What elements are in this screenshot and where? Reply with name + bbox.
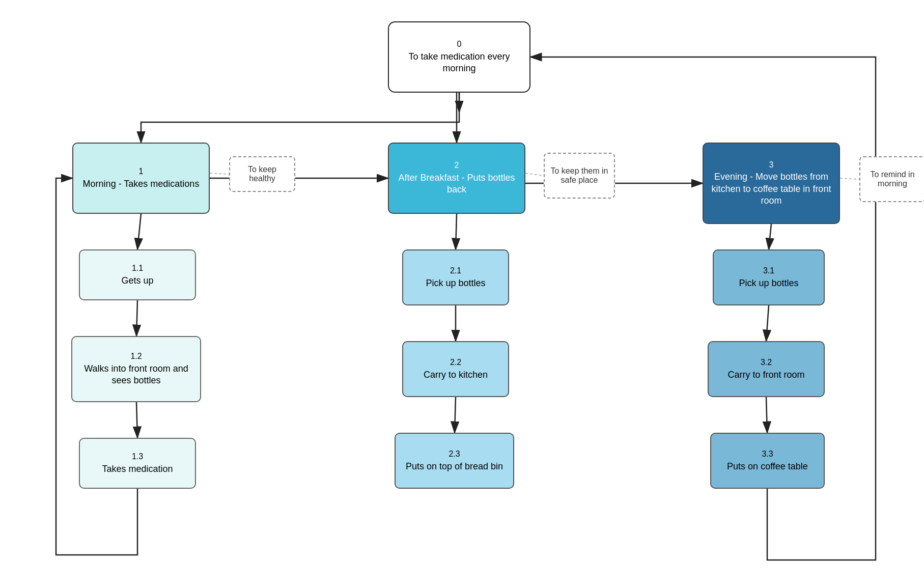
svg-line-15 <box>525 173 544 176</box>
node-1-1-num: 1.1 <box>132 263 143 274</box>
annotation-1: To keep healthy <box>229 156 295 192</box>
node-3-1-num: 3.1 <box>763 266 774 276</box>
node-1-3-label: Takes medication <box>102 463 173 475</box>
node-3-2-label: Carry to front room <box>727 369 804 381</box>
node-3-num: 3 <box>769 160 774 171</box>
node-2-3: 2.3 Puts on top of bread bin <box>395 433 514 489</box>
node-2-1-label: Pick up bottles <box>426 277 485 289</box>
svg-line-6 <box>136 300 137 336</box>
svg-line-7 <box>136 402 137 438</box>
annotation-3: To remind in morning <box>859 156 924 202</box>
node-3-3-label: Puts on coffee table <box>727 461 808 472</box>
node-1: 1 Morning - Takes medications <box>72 143 210 214</box>
node-1-2: 1.2 Walks into front room and sees bottl… <box>71 336 201 402</box>
node-1-num: 1 <box>139 166 144 177</box>
node-3-3: 3.3 Puts on coffee table <box>710 433 825 489</box>
node-1-3-num: 1.3 <box>132 452 143 462</box>
svg-line-8 <box>456 214 457 249</box>
node-2-2-num: 2.2 <box>450 357 461 368</box>
node-3-label: Evening - Move bottles from kitchen to c… <box>709 171 834 207</box>
node-root: 0 To take medication every morning <box>388 21 530 93</box>
node-3: 3 Evening - Move bottles from kitchen to… <box>703 143 840 224</box>
node-2-label: After Breakfast - Puts bottles back <box>394 172 519 196</box>
node-2-2-label: Carry to kitchen <box>424 369 488 381</box>
svg-line-12 <box>766 305 769 341</box>
annotation-2-label: To keep them in safe place <box>550 166 609 185</box>
node-2-3-label: Puts on top of bread bin <box>406 461 503 472</box>
node-2-1: 2.1 Pick up bottles <box>402 249 509 305</box>
annotation-1-label: To keep healthy <box>235 165 289 183</box>
svg-line-16 <box>840 178 859 179</box>
annotation-2: To keep them in safe place <box>544 153 615 199</box>
svg-line-14 <box>210 173 229 174</box>
diagram-container: 0 To take medication every morning 1 Mor… <box>0 0 924 588</box>
node-2-2: 2.2 Carry to kitchen <box>402 341 509 397</box>
node-1-label: Morning - Takes medications <box>83 178 200 190</box>
node-2-1-num: 2.1 <box>450 266 461 276</box>
svg-line-13 <box>766 397 767 433</box>
node-1-3: 1.3 Takes medication <box>79 438 196 489</box>
node-1-1-label: Gets up <box>121 275 153 287</box>
annotation-3-label: To remind in morning <box>865 170 919 188</box>
node-1-2-num: 1.2 <box>130 351 142 362</box>
node-2-num: 2 <box>455 160 459 171</box>
node-root-num: 0 <box>457 39 462 50</box>
node-3-3-num: 3.3 <box>762 449 773 460</box>
node-2: 2 After Breakfast - Puts bottles back <box>388 143 525 214</box>
node-3-1-label: Pick up bottles <box>739 277 798 289</box>
node-1-2-label: Walks into front room and sees bottles <box>77 363 195 387</box>
node-1-1: 1.1 Gets up <box>79 249 196 300</box>
node-root-label: To take medication every morning <box>394 51 524 75</box>
svg-line-5 <box>137 214 141 249</box>
svg-line-10 <box>455 397 456 433</box>
svg-line-11 <box>769 224 771 249</box>
node-3-2-num: 3.2 <box>761 357 772 368</box>
node-3-2: 3.2 Carry to front room <box>708 341 825 397</box>
node-2-3-num: 2.3 <box>449 449 460 460</box>
node-3-1: 3.1 Pick up bottles <box>713 249 825 305</box>
